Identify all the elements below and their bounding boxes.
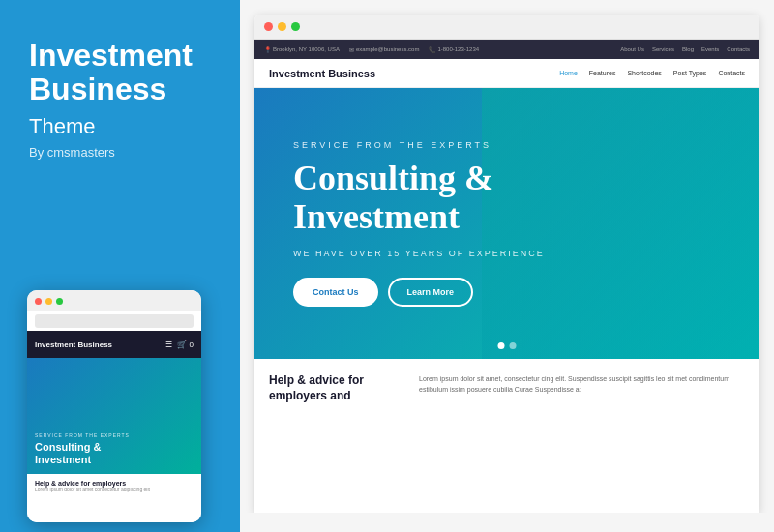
nav-post-types[interactable]: Post Types — [673, 70, 707, 76]
website-topbar: 📍 Brooklyn, NY 10006, USA ✉ example@busi… — [254, 40, 759, 59]
hero-title: Consulting & Investment — [293, 160, 545, 236]
mobile-service-label: SERVICE FROM THE EXPERTS — [35, 432, 194, 438]
mobile-hero: SERVICE FROM THE EXPERTS Consulting &Inv… — [27, 358, 201, 474]
learn-more-button[interactable]: Learn More — [388, 278, 474, 307]
browser-dot-green — [291, 22, 300, 31]
bottom-description-text: Lorem ipsum dolor sit amet, consectetur … — [419, 373, 745, 395]
hero-dots — [498, 342, 517, 349]
website-bottom: Help & advice for employers and Lorem ip… — [254, 359, 759, 424]
topbar-left: 📍 Brooklyn, NY 10006, USA ✉ example@busi… — [264, 46, 479, 53]
topbar-right: About Us Services Blog Events Contacts — [620, 46, 750, 52]
mobile-dot-yellow — [45, 298, 52, 305]
mobile-bottom-title: Help & advice for employers — [35, 480, 194, 487]
topbar-services[interactable]: Services — [652, 46, 674, 52]
topbar-events[interactable]: Events — [701, 46, 719, 52]
mobile-consulting-title: Consulting &Investment — [35, 441, 194, 466]
mobile-dot-red — [35, 298, 42, 305]
browser-window: 📍 Brooklyn, NY 10006, USA ✉ example@busi… — [254, 15, 759, 513]
theme-author: By cmsmasters — [29, 145, 115, 160]
cart-icon: 🛒 0 — [177, 340, 194, 349]
website-hero: SERVICE FROM THE EXPERTS Consulting & In… — [254, 88, 759, 359]
nav-contacts[interactable]: Contacts — [718, 70, 745, 76]
topbar-blog[interactable]: Blog — [682, 46, 694, 52]
nav-home[interactable]: Home — [559, 70, 578, 76]
mobile-dot-green — [56, 298, 63, 305]
nav-features[interactable]: Features — [589, 70, 616, 76]
mobile-nav-title: Investment Business — [35, 340, 112, 349]
bottom-right-section: Lorem ipsum dolor sit amet, consectetur … — [419, 373, 745, 409]
right-panel: 📍 Brooklyn, NY 10006, USA ✉ example@busi… — [240, 0, 774, 532]
right-panel-footer — [240, 513, 774, 532]
left-panel: Investment Business Theme By cmsmasters … — [0, 0, 240, 532]
hamburger-icon: ☰ — [165, 340, 172, 349]
browser-dot-red — [264, 22, 273, 31]
hero-dot-2[interactable] — [510, 342, 517, 349]
hero-buttons: Contact Us Learn More — [293, 278, 545, 307]
hero-subtitle: WE HAVE OVER 15 YEARS OF EXPERIENCE — [293, 249, 545, 258]
hero-dot-1[interactable] — [498, 342, 505, 349]
nav-shortcodes[interactable]: Shortcodes — [627, 70, 661, 76]
mobile-nav: Investment Business ☰ 🛒 0 — [27, 331, 201, 358]
navbar-links: Home Features Shortcodes Post Types Cont… — [559, 70, 745, 76]
bottom-left-section: Help & advice for employers and — [269, 373, 404, 409]
theme-subtitle: Theme — [29, 114, 95, 139]
contact-us-button[interactable]: Contact Us — [293, 278, 378, 307]
topbar-contacts[interactable]: Contacts — [727, 46, 750, 52]
navbar-brand: Investment Business — [269, 68, 375, 79]
mobile-titlebar — [27, 290, 201, 311]
mobile-hero-text: SERVICE FROM THE EXPERTS Consulting &Inv… — [35, 432, 194, 466]
mobile-bottom-section: Help & advice for employers Lorem ipsum … — [27, 474, 201, 522]
theme-title: Investment Business — [29, 39, 211, 106]
browser-titlebar — [254, 15, 759, 40]
mobile-url-bar — [35, 314, 194, 328]
topbar-email: ✉ example@business.com — [349, 46, 419, 53]
topbar-about[interactable]: About Us — [620, 46, 644, 52]
topbar-address: 📍 Brooklyn, NY 10006, USA — [264, 46, 340, 53]
mobile-preview: Investment Business ☰ 🛒 0 SERVICE FROM T… — [27, 290, 201, 522]
hero-content: SERVICE FROM THE EXPERTS Consulting & In… — [293, 140, 545, 306]
mobile-bottom-text: Lorem ipsum dolor sit amet consectetur a… — [35, 487, 194, 493]
mobile-nav-icons: ☰ 🛒 0 — [165, 340, 194, 349]
bottom-section-title: Help & advice for employers and — [269, 373, 404, 403]
website-navbar: Investment Business Home Features Shortc… — [254, 59, 759, 88]
location-icon: 📍 — [264, 46, 271, 53]
hero-service-label: SERVICE FROM THE EXPERTS — [293, 140, 545, 150]
email-icon: ✉ — [349, 46, 354, 53]
phone-icon: 📞 — [429, 46, 435, 53]
topbar-phone: 📞 1-800-123-1234 — [429, 46, 479, 53]
browser-dot-yellow — [278, 22, 286, 31]
